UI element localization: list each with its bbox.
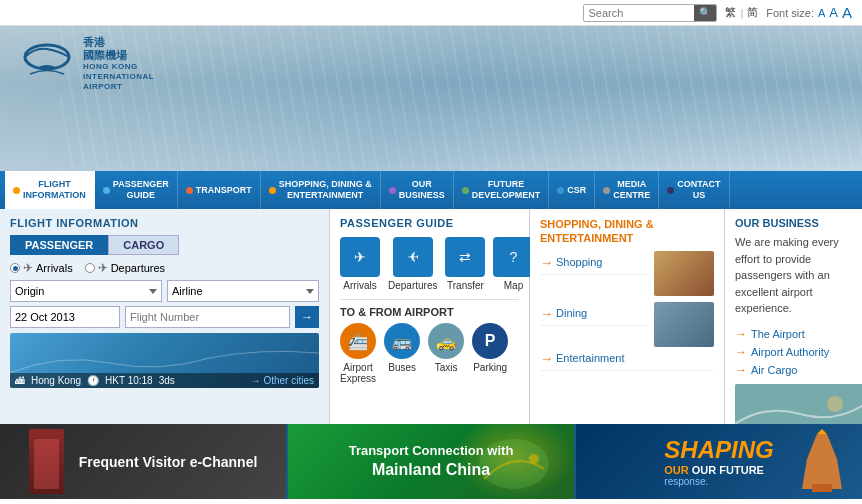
air-cargo-link[interactable]: → Air Cargo — [735, 361, 862, 379]
shopping-link-label: Shopping — [556, 256, 603, 268]
svg-rect-6 — [812, 484, 832, 492]
airport-express-icon: 🚈 — [340, 323, 376, 359]
shopping-panel: SHOPPING, DINING & ENTERTAINMENT → Shopp… — [530, 209, 725, 424]
shopping-title: SHOPPING, DINING & ENTERTAINMENT — [540, 217, 714, 246]
tab-passenger[interactable]: PASSENGER — [10, 235, 108, 255]
banner-2-line1: Transport Connection with — [349, 443, 514, 460]
flight-map: 🏙 Hong Kong 🕐 HKT 10:18 3ds → Other citi… — [10, 333, 319, 388]
nav-dot-shopping — [269, 187, 276, 194]
nav-dot-csr — [557, 187, 564, 194]
lang-separator: | — [740, 7, 743, 19]
nav-dot-transport — [186, 187, 193, 194]
font-large-button[interactable]: A — [842, 4, 852, 21]
nav-contact-us[interactable]: CONTACT US — [659, 171, 729, 209]
air-cargo-label: Air Cargo — [751, 364, 797, 376]
shopping-section: → Shopping — [540, 251, 714, 299]
banner-1-text: Frequent Visitor e-Channel — [79, 454, 258, 470]
banner-2-line2: Mainland China — [349, 460, 514, 481]
transport-icons-row: 🚈 Airport Express 🚌 Buses 🚕 Taxis P Park… — [340, 323, 519, 384]
departures-plane-icon: ✈ — [98, 261, 108, 275]
parking-label: Parking — [473, 362, 507, 373]
nav-shopping[interactable]: SHOPPING, DINING & ENTERTAINMENT — [261, 171, 381, 209]
nav-label-flight: FLIGHT INFORMATION — [23, 179, 86, 201]
main-content: FLIGHT INFORMATION PASSENGER CARGO ✈ Arr… — [0, 209, 862, 424]
business-panel: OUR BUSINESS We are making every effort … — [725, 209, 862, 424]
nav-dot-passenger — [103, 187, 110, 194]
radio-departures[interactable]: ✈ Departures — [85, 261, 165, 275]
nav-flight-information[interactable]: FLIGHT INFORMATION — [5, 171, 95, 209]
guide-map[interactable]: ? Map — [493, 237, 533, 291]
nav-dot-contact — [667, 187, 674, 194]
nav-label-transport: TRANSPORT — [196, 185, 252, 196]
cargo-arrow-icon: → — [735, 363, 747, 377]
font-medium-button[interactable]: A — [829, 5, 838, 20]
shopping-image — [654, 251, 714, 296]
lang-trad-chinese[interactable]: 繁 — [725, 5, 736, 20]
search-flight-icon: → — [301, 310, 313, 324]
business-description: We are making every effort to provide pa… — [735, 234, 862, 317]
banner-frequent-visitor[interactable]: Frequent Visitor e-Channel — [0, 424, 286, 499]
airport-authority-link[interactable]: → Airport Authority — [735, 343, 862, 361]
search-button[interactable]: 🔍 — [694, 4, 716, 22]
guide-transfer[interactable]: ⇄ Transfer — [445, 237, 485, 291]
dining-link[interactable]: → Dining — [540, 302, 649, 326]
transport-parking[interactable]: P Parking — [472, 323, 508, 384]
transfer-icon-circle: ⇄ — [445, 237, 485, 277]
transport-airport-express[interactable]: 🚈 Airport Express — [340, 323, 376, 384]
logo-cn: 香港國際機場 — [83, 36, 154, 62]
nav-dot-business — [389, 187, 396, 194]
departures-label: Departures — [111, 262, 165, 274]
nav-label-passenger: PASSENGER GUIDE — [113, 179, 169, 201]
entertainment-link-label: Entertainment — [556, 352, 624, 364]
arrivals-label: Arrivals — [36, 262, 73, 274]
entertainment-link[interactable]: → Entertainment — [540, 347, 714, 371]
search-flight-button[interactable]: → — [295, 306, 319, 328]
guide-departures[interactable]: ✈ Departures — [388, 237, 437, 291]
tab-cargo[interactable]: CARGO — [108, 235, 179, 255]
door-icon — [29, 429, 64, 494]
nav-media-centre[interactable]: MEDIA CENTRE — [595, 171, 659, 209]
shop-arrow-icon: → — [540, 255, 553, 270]
nav-passenger-guide[interactable]: PASSENGER GUIDE — [95, 171, 178, 209]
hero-banner: 香港國際機場 HONG KONGINTERNATIONALAIRPORT — [0, 26, 862, 171]
nav-label-business: OUR BUSINESS — [399, 179, 445, 201]
flight-panel: FLIGHT INFORMATION PASSENGER CARGO ✈ Arr… — [0, 209, 330, 424]
date-input[interactable] — [10, 306, 120, 328]
airport-authority-label: Airport Authority — [751, 346, 829, 358]
transport-taxis[interactable]: 🚕 Taxis — [428, 323, 464, 384]
banner-transport-mainland[interactable]: Transport Connection with Mainland China — [288, 424, 574, 499]
flight-form-row-2: → — [10, 306, 319, 328]
font-small-button[interactable]: A — [818, 7, 825, 19]
bottom-banners: Frequent Visitor e-Channel Transport Con… — [0, 424, 862, 499]
dining-link-label: Dining — [556, 307, 587, 319]
top-links: 繁 | 简 Font size: A A A — [725, 4, 852, 21]
airline-select[interactable]: Airline — [167, 280, 319, 302]
top-bar: 🔍 繁 | 简 Font size: A A A — [0, 0, 862, 26]
shaping-sub3: response. — [664, 476, 708, 487]
search-input[interactable] — [584, 7, 694, 19]
nav-dot-flight — [13, 187, 20, 194]
search-box[interactable]: 🔍 — [583, 4, 717, 22]
dining-arrow-icon: → — [540, 306, 553, 321]
flight-number-input[interactable] — [125, 306, 290, 328]
nav-transport[interactable]: TRANSPORT — [178, 171, 261, 209]
nav-dot-media — [603, 187, 610, 194]
the-airport-link[interactable]: → The Airport — [735, 325, 862, 343]
arrivals-icon-label: Arrivals — [343, 280, 376, 291]
svg-marker-5 — [802, 434, 842, 489]
transport-buses[interactable]: 🚌 Buses — [384, 323, 420, 384]
nav-our-business[interactable]: OUR BUSINESS — [381, 171, 454, 209]
map-icon-circle: ? — [493, 237, 533, 277]
guide-arrivals[interactable]: ✈ Arrivals — [340, 237, 380, 291]
banner-shaping[interactable]: SHAPING OUR OUR FUTURE response. — [576, 424, 862, 499]
passenger-guide-panel: PASSENGER GUIDE ✈ Arrivals ✈ Departures … — [330, 209, 530, 424]
radio-arrivals[interactable]: ✈ Arrivals — [10, 261, 73, 275]
nav-csr[interactable]: CSR — [549, 171, 595, 209]
lang-simp-chinese[interactable]: 简 — [747, 5, 758, 20]
nav-dot-future — [462, 187, 469, 194]
logo-area: 香港國際機場 HONG KONGINTERNATIONALAIRPORT — [20, 36, 154, 91]
shopping-link[interactable]: → Shopping — [540, 251, 649, 275]
nav-label-future: FUTURE DEVELOPMENT — [472, 179, 541, 201]
origin-select[interactable]: Origin — [10, 280, 162, 302]
nav-future-development[interactable]: FUTURE DEVELOPMENT — [454, 171, 550, 209]
